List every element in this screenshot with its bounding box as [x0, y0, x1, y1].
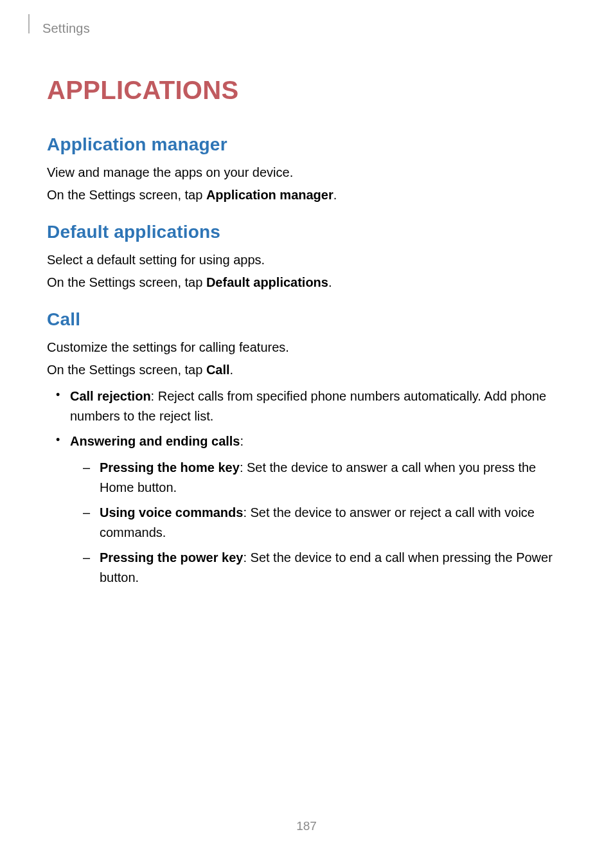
bold-text: Call rejection — [70, 389, 151, 403]
section-text: On the Settings screen, tap Default appl… — [47, 273, 566, 293]
text: . — [230, 363, 234, 377]
list-item: Pressing the home key: Set the device to… — [70, 458, 566, 498]
section-text: Customize the settings for calling featu… — [47, 338, 566, 357]
text: On the Settings screen, tap — [47, 275, 206, 289]
list-item: Call rejection: Reject calls from specif… — [47, 386, 566, 426]
list-item: Using voice commands: Set the device to … — [70, 503, 566, 543]
section-text: Select a default setting for using apps. — [47, 250, 566, 270]
section-heading: Default applications — [47, 222, 566, 242]
text: On the Settings screen, tap — [47, 188, 206, 202]
section-application-manager: Application manager View and manage the … — [47, 134, 566, 205]
bold-text: Answering and ending calls — [70, 434, 240, 448]
bold-text: Default applications — [206, 275, 328, 289]
text: On the Settings screen, tap — [47, 363, 206, 377]
section-call: Call Customize the settings for calling … — [47, 309, 566, 588]
bold-text: Pressing the power key — [100, 550, 243, 565]
page: Settings APPLICATIONS Application manage… — [0, 0, 613, 868]
bold-text: Call — [206, 363, 230, 377]
list-item: Answering and ending calls: Pressing the… — [47, 431, 566, 588]
text: : — [240, 434, 244, 448]
bullet-list: Call rejection: Reject calls from specif… — [47, 386, 566, 588]
section-text: On the Settings screen, tap Application … — [47, 185, 566, 205]
section-heading: Application manager — [47, 134, 566, 155]
breadcrumb: Settings — [42, 21, 566, 36]
bold-text: Application manager — [206, 188, 333, 202]
header-rule — [28, 14, 30, 33]
bold-text: Using voice commands — [100, 505, 243, 520]
list-item: Pressing the power key: Set the device t… — [70, 548, 566, 588]
bold-text: Pressing the home key — [100, 460, 240, 475]
text: . — [328, 275, 332, 289]
section-text: On the Settings screen, tap Call. — [47, 360, 566, 380]
page-title: APPLICATIONS — [47, 76, 566, 105]
text: . — [333, 188, 337, 202]
section-heading: Call — [47, 309, 566, 330]
sub-list: Pressing the home key: Set the device to… — [70, 458, 566, 588]
section-text: View and manage the apps on your device. — [47, 163, 566, 183]
section-default-applications: Default applications Select a default se… — [47, 222, 566, 293]
page-number: 187 — [0, 819, 613, 833]
